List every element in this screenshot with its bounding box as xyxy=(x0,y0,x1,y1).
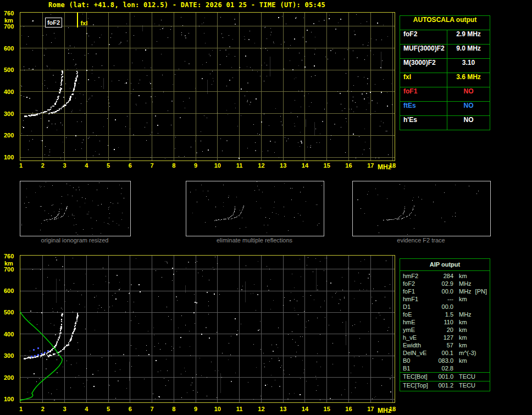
parameter-value: 00.1 xyxy=(434,349,453,357)
autoscala-row-foF2: foF22.9 MHz xyxy=(400,30,490,45)
parameter-value: 083.0 xyxy=(434,357,453,364)
thumbnail-caption-original: original ionogram resized xyxy=(20,237,130,244)
autoscala-table-header: AUTOSCALA output xyxy=(400,16,490,30)
parameter-unit: TECU xyxy=(459,373,475,381)
svg-text:9: 9 xyxy=(194,406,197,412)
parameter-value: 20 xyxy=(434,326,453,334)
svg-text:1: 1 xyxy=(19,162,23,169)
svg-text:8: 8 xyxy=(172,406,175,412)
parameter-label: foF1 xyxy=(400,87,447,101)
svg-text:2: 2 xyxy=(41,162,45,169)
autoscala-row-foF1: foF1NO xyxy=(400,87,490,102)
parameter-label: MUF(3000)F2 xyxy=(400,45,447,58)
parameter-value: 02.8 xyxy=(434,364,453,372)
svg-text:11: 11 xyxy=(236,162,243,169)
svg-text:16: 16 xyxy=(345,406,352,412)
parameter-value: 00.0 xyxy=(434,303,453,311)
svg-text:13: 13 xyxy=(280,406,286,412)
parameter-value: NO xyxy=(447,102,490,115)
parameter-label: fxI xyxy=(400,73,447,87)
parameter-label: h_vE xyxy=(403,334,434,341)
autoscala-row-fxI: fxI3.6 MHz xyxy=(400,73,490,87)
aip-row-D1: D100.0 xyxy=(400,303,490,311)
aip-row-B1: B102.8 xyxy=(400,364,490,372)
parameter-value: NO xyxy=(447,116,490,130)
aip-row-TEC[Top]: TEC[Top]001.2TECU xyxy=(400,381,490,390)
aip-row-Ewidth: Ewidth57km xyxy=(400,341,490,349)
autoscala-output-table: AUTOSCALA outputfoF22.9 MHzMUF(3000)F29.… xyxy=(400,15,490,130)
svg-text:4: 4 xyxy=(85,406,88,412)
svg-text:fxI: fxI xyxy=(80,20,87,26)
parameter-label: foF1 xyxy=(403,287,434,295)
autoscala-row-M(3000)F2: M(3000)F23.10 xyxy=(400,59,490,73)
parameter-value: 1.5 xyxy=(434,311,453,318)
svg-text:600: 600 xyxy=(4,287,14,294)
autoscala-row-ftEs: ftEsNO xyxy=(400,102,490,116)
svg-text:12: 12 xyxy=(258,406,264,412)
parameter-label: foF2 xyxy=(403,280,434,287)
svg-text:16: 16 xyxy=(345,162,352,169)
svg-text:1: 1 xyxy=(19,406,23,412)
autoscala-row-h'Es: h'EsNO xyxy=(400,116,490,130)
parameter-value: 127 xyxy=(434,334,453,341)
parameter-label: DelN_vE xyxy=(403,349,434,357)
parameter-unit: MHz xyxy=(459,287,472,295)
aip-row-hmF1: hmF1---km xyxy=(400,295,490,303)
parameter-value: 3.6 MHz xyxy=(447,73,490,87)
aip-row-B0: B0083.0km xyxy=(400,357,490,364)
ionogram-plot-bottom: 1234567891011121314151617MHz187607006005… xyxy=(0,254,401,415)
parameter-value: 02.9 xyxy=(434,280,453,287)
aip-row-ymE: ymE20km xyxy=(400,326,490,334)
parameter-note: [PN] xyxy=(475,287,487,295)
svg-text:9: 9 xyxy=(194,162,197,169)
svg-text:18: 18 xyxy=(389,406,396,412)
parameter-value: --- xyxy=(434,295,453,303)
svg-text:5: 5 xyxy=(107,406,110,412)
parameter-value: 00.0 xyxy=(434,287,453,295)
svg-text:7: 7 xyxy=(151,162,154,169)
svg-text:700: 700 xyxy=(4,23,14,30)
parameter-value: NO xyxy=(447,87,490,101)
svg-text:400: 400 xyxy=(4,88,14,95)
svg-text:3: 3 xyxy=(63,406,66,412)
svg-text:foF2: foF2 xyxy=(47,19,60,26)
thumbnail-eliminate-reflections xyxy=(186,181,324,236)
parameter-label: foF2 xyxy=(400,30,447,44)
aip-output-table: AIP outputhmF2284kmfoF202.9MHzfoF100.0MH… xyxy=(400,258,490,391)
parameter-label: ymE xyxy=(403,326,434,334)
parameter-value: 110 xyxy=(434,318,453,326)
svg-text:300: 300 xyxy=(4,352,14,359)
parameter-label: foE xyxy=(403,311,434,318)
ionogram-plot-top: 1234567891011121314151617MHz187607006005… xyxy=(0,0,401,171)
svg-text:500: 500 xyxy=(4,309,14,316)
thumbnail-caption-f2-trace: evidence F2 trace xyxy=(352,237,490,244)
aip-row-foF1: foF100.0MHz[PN] xyxy=(400,287,490,295)
svg-text:600: 600 xyxy=(4,45,14,52)
svg-text:10: 10 xyxy=(214,406,221,412)
parameter-label: Ewidth xyxy=(403,341,434,349)
parameter-value: 001.2 xyxy=(434,381,453,390)
parameter-unit: km xyxy=(459,295,467,303)
parameter-unit: m^(-3) xyxy=(459,349,476,357)
parameter-label: hmF1 xyxy=(403,295,434,303)
parameter-label: B0 xyxy=(403,357,434,364)
parameter-value: 9.0 MHz xyxy=(447,45,490,58)
parameter-label: TEC[Bot] xyxy=(403,373,434,381)
svg-text:10: 10 xyxy=(214,162,221,169)
autoscala-row-MUF(3000)F2: MUF(3000)F29.0 MHz xyxy=(400,45,490,59)
parameter-value: 001.0 xyxy=(434,373,453,381)
svg-text:km: km xyxy=(4,260,13,267)
svg-text:14: 14 xyxy=(302,162,309,169)
parameter-value: 3.10 xyxy=(447,59,490,73)
parameter-unit: km xyxy=(459,334,467,341)
svg-text:4: 4 xyxy=(85,162,88,169)
parameter-label: B1 xyxy=(403,364,434,372)
parameter-value: 284 xyxy=(434,272,453,280)
svg-text:km: km xyxy=(4,17,13,24)
svg-text:15: 15 xyxy=(324,406,330,412)
svg-text:200: 200 xyxy=(4,374,14,381)
svg-text:760: 760 xyxy=(4,254,14,259)
svg-text:18: 18 xyxy=(389,162,396,169)
svg-text:100: 100 xyxy=(4,396,14,402)
aip-row-h_vE: h_vE127km xyxy=(400,334,490,341)
